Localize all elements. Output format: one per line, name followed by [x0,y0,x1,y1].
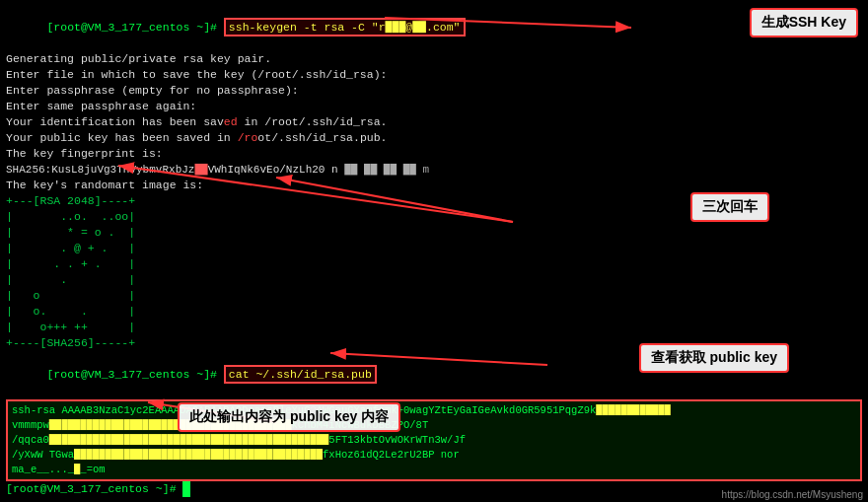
ssh-key-annotation: 生成SSH Key [750,8,858,37]
rsa-art-2: | * = o . | [6,225,862,241]
terminal-line-8: The key fingerprint is: [6,146,862,162]
pubkey-line-4: /yXwW TGwa██████████████████████████████… [12,448,856,463]
terminal-line-fingerprint: SHA256:KusL8juVg3THVybmvRxbJz██VWhIqNk6v… [6,162,862,178]
terminal-line-1: [root@VM_3_177_centos ~]# ssh-keygen -t … [6,4,862,51]
pubkey-output-box: ssh-rsa AAAAB3NzaC1yc2EAAAADAQABAABAQDea… [6,399,862,481]
bottom-url: https://blog.csdn.net/Msyusheng [722,489,863,500]
rsa-art-6: | o | [6,288,862,304]
pubkey-line-2: vmmmpw██████████████████████████████████… [12,418,856,433]
view-pubkey-label: 查看获取 public key [651,349,777,365]
pubkey-content-annotation: 此处输出内容为 public key 内容 [178,402,400,432]
rsa-art-5: | . | [6,272,862,288]
three-enter-label: 三次回车 [702,198,758,214]
three-enter-annotation: 三次回车 [690,192,769,222]
pubkey-line-3: /qqca0██████████████████████████████████… [12,433,856,448]
pubkey-content-label: 此处输出内容为 public key 内容 [189,408,389,424]
terminal-container: [root@VM_3_177_centos ~]# ssh-keygen -t … [0,0,868,502]
terminal-screen: [root@VM_3_177_centos ~]# ssh-keygen -t … [0,0,868,502]
terminal-line-randomart: The key's randomart image is: [6,178,862,193]
command-box: ssh-keygen -t rsa -C "r███@██.com" [224,18,466,36]
url-text: https://blog.csdn.net/Msyusheng [722,489,863,500]
ssh-key-label: 生成SSH Key [761,14,846,30]
terminal-line-3: Enter file in which to save the key (/ro… [6,67,862,83]
prompt-text: [root@VM_3_177_centos ~]# [46,21,223,34]
rsa-art-4: | . . + . | [6,256,862,272]
terminal-line-2: Generating public/private rsa key pair. [6,51,862,67]
rsa-art-3: | . @ + . | [6,241,862,256]
terminal-line-4: Enter passphrase (empty for no passphras… [6,83,862,99]
pubkey-line-5: ma_e__..._█_=om [12,463,856,477]
terminal-line-6: Your identification has been saved in /r… [6,114,862,130]
rsa-art-7: | o. . | [6,304,862,320]
terminal-line-7: Your public key has been saved in /root/… [6,130,862,146]
view-pubkey-annotation: 查看获取 public key [639,343,789,373]
pubkey-line-1: ssh-rsa AAAAB3NzaC1yc2EAAAADAQABAABAQDea… [12,403,856,418]
terminal-line-5: Enter same passphrase again: [6,99,862,114]
rsa-art-8: | o+++ ++ | [6,320,862,335]
